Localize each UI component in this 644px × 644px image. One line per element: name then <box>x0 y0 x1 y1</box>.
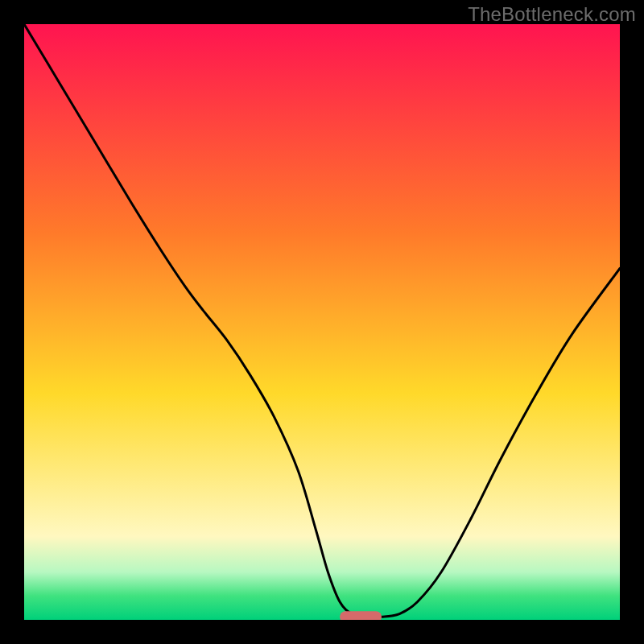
watermark-text: TheBottleneck.com <box>468 3 636 26</box>
chart-frame: TheBottleneck.com <box>0 0 644 644</box>
chart-plot-area <box>24 24 620 620</box>
optimal-marker <box>340 611 382 620</box>
chart-background <box>24 24 620 620</box>
chart-svg <box>24 24 620 620</box>
